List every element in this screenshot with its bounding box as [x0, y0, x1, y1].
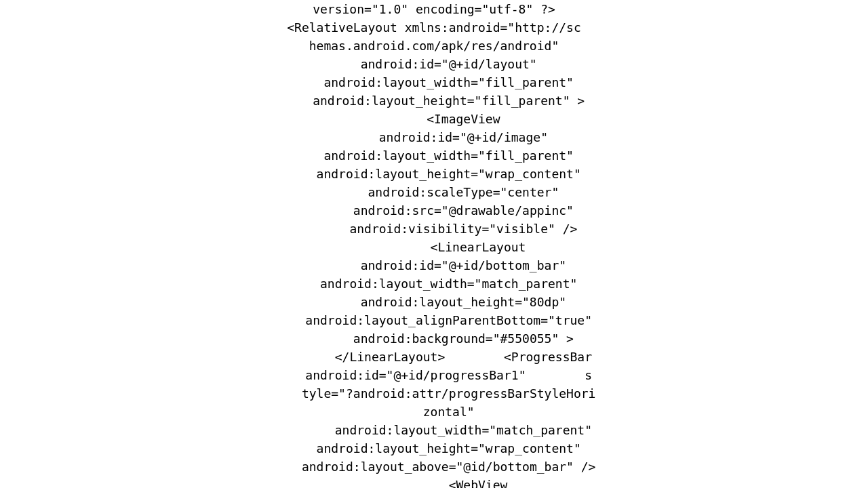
code-line-15: android:layout_width="match_parent" [136, 274, 732, 293]
code-line-25: android:layout_above="@id/bottom_bar" /> [136, 458, 732, 476]
code-line-26: <WebView [136, 476, 732, 488]
code-line-18: android:background="#550055" > [136, 329, 732, 348]
code-line-2: hemas.android.com/apk/res/android" [136, 37, 732, 55]
code-line-11: android:src="@drawable/appinc" [136, 201, 732, 220]
code-line-6: <ImageView [136, 110, 732, 128]
code-line-12: android:visibility="visible" /> [136, 220, 732, 238]
code-line-1: <RelativeLayout xmlns:android="http://sc [136, 18, 732, 37]
code-line-14: android:id="@+id/bottom_bar" [136, 256, 732, 274]
code-line-0: version="1.0" encoding="utf-8" ?> [136, 0, 732, 18]
code-line-9: android:layout_height="wrap_content" [136, 165, 732, 183]
code-line-13: <LinearLayout [136, 238, 732, 256]
code-line-20: android:id="@+id/progressBar1" s [136, 366, 732, 384]
code-line-10: android:scaleType="center" [136, 183, 732, 201]
code-line-19: </LinearLayout> <ProgressBar [136, 348, 732, 366]
code-line-3: android:id="@+id/layout" [136, 55, 732, 73]
code-line-5: android:layout_height="fill_parent" > [136, 92, 732, 110]
code-line-7: android:id="@+id/image" [136, 128, 732, 146]
code-line-4: android:layout_width="fill_parent" [136, 73, 732, 92]
code-line-8: android:layout_width="fill_parent" [136, 146, 732, 165]
code-line-22: zontal" [136, 403, 732, 421]
code-line-21: tyle="?android:attr/progressBarStyleHori [136, 384, 732, 403]
code-line-23: android:layout_width="match_parent" [136, 421, 732, 439]
code-block: version="1.0" encoding="utf-8" ?><Relati… [0, 0, 868, 488]
code-line-16: android:layout_height="80dp" [136, 293, 732, 311]
code-line-24: android:layout_height="wrap_content" [136, 439, 732, 458]
code-line-17: android:layout_alignParentBottom="true" [136, 311, 732, 329]
